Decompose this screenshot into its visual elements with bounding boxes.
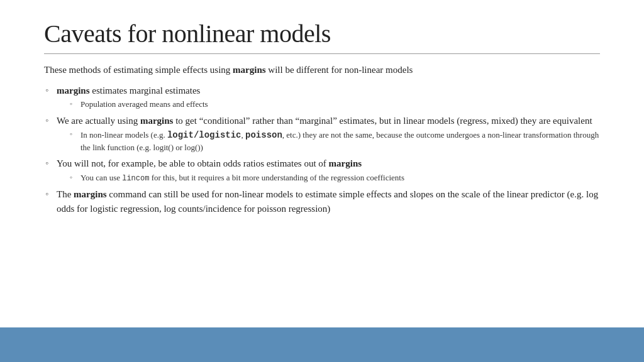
sub-bullet-1-1: Population averaged means and effects xyxy=(69,99,600,111)
bullet-4-text-before: The xyxy=(57,189,74,199)
slide-content: Caveats for nonlinear models These metho… xyxy=(0,0,644,327)
margins-bold-2: margins xyxy=(140,116,174,126)
sub-bullet-2-1: In non-linear models (e.g. logit/logisti… xyxy=(69,129,600,153)
slide-footer xyxy=(0,327,644,362)
bullet-3: You will not, for example, be able to ob… xyxy=(44,156,600,184)
sub-list-3: You can use lincom for this, but it requ… xyxy=(69,172,600,184)
bullet-1: margins estimates marginal estimates Pop… xyxy=(44,84,600,111)
sub-bullet-3-1: You can use lincom for this, but it requ… xyxy=(69,172,600,184)
bullet-2: We are actually using margins to get “co… xyxy=(44,114,600,154)
bullet-4: The margins command can still be used fo… xyxy=(44,187,600,216)
bullet-2-text-before: We are actually using xyxy=(57,116,140,126)
sub-list-2: In non-linear models (e.g. logit/logisti… xyxy=(69,129,600,153)
bullet-3-text-before: You will not, for example, be able to ob… xyxy=(57,158,329,168)
bullet-2-text-after: to get “conditional” rather than “margin… xyxy=(173,116,592,126)
bullet-4-text-after: command can still be used for non-linear… xyxy=(57,189,598,214)
sub-bullet-2-1-text: In non-linear models (e.g. logit/logisti… xyxy=(80,130,599,151)
margins-bold-3: margins xyxy=(329,158,362,168)
slide: Caveats for nonlinear models These metho… xyxy=(0,0,644,362)
sub-list-1: Population averaged means and effects xyxy=(69,99,600,111)
sub-bullet-3-1-text: You can use lincom for this, but it requ… xyxy=(80,173,404,182)
margins-bold-4: margins xyxy=(74,189,107,199)
main-bullet-list: margins estimates marginal estimates Pop… xyxy=(44,84,600,216)
sub-bullet-1-1-text: Population averaged means and effects xyxy=(80,99,208,109)
margins-bold-intro: margins xyxy=(233,65,266,75)
margins-bold-1: margins xyxy=(57,85,90,96)
slide-title: Caveats for nonlinear models xyxy=(44,19,600,54)
bullet-1-text: estimates marginal estimates xyxy=(90,85,201,96)
intro-paragraph: These methods of estimating simple effec… xyxy=(44,63,600,77)
